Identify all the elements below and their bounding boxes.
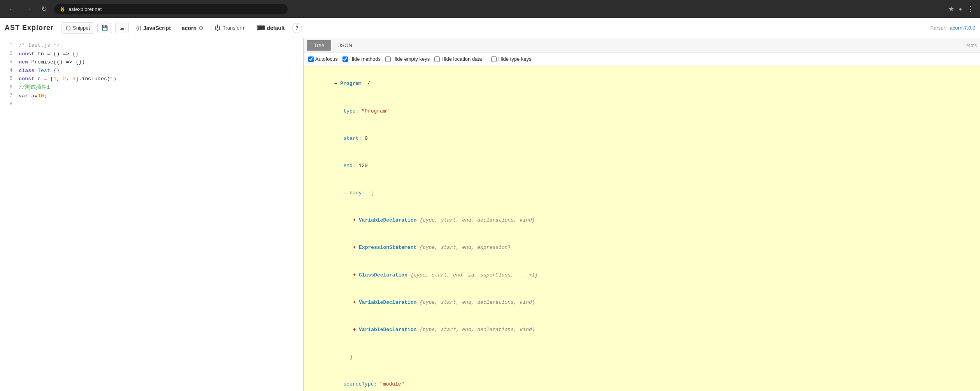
tree-body-item-1: + VariableDeclaration {type, start, end,…	[310, 207, 974, 234]
hide-empty-keys-checkbox[interactable]	[385, 56, 391, 62]
tree-end-line: end: 120	[310, 152, 974, 180]
program-node-type[interactable]: Program	[340, 81, 362, 86]
tree-type-line: type: "Program"	[310, 97, 974, 125]
expand-item-4-icon[interactable]: +	[353, 299, 359, 305]
expand-item-5-icon[interactable]: +	[353, 327, 359, 333]
hide-empty-keys-option[interactable]: Hide empty keys	[385, 56, 430, 62]
tree-body-close-line: ]	[310, 343, 974, 371]
transform-toggle[interactable]: ⏻ Transform	[211, 23, 249, 33]
line-number: 8	[3, 100, 12, 108]
program-brace: {	[362, 81, 371, 86]
toggle-icon: ⏻	[214, 25, 221, 32]
url-text: astexplorer.net	[68, 6, 102, 12]
default-label: default	[267, 25, 285, 31]
tab-json[interactable]: JSON	[331, 40, 359, 51]
end-key: end:	[343, 163, 358, 169]
tree-start-line: start: 0	[310, 125, 974, 152]
tree-source-type-line: sourceType: "module"	[310, 371, 974, 391]
line-number: 6	[3, 83, 12, 92]
keyboard-icon: ⌨	[256, 25, 265, 32]
tab-tree[interactable]: Tree	[307, 40, 331, 51]
code-token: var a=10;	[19, 92, 47, 100]
hide-type-keys-option[interactable]: Hide type keys	[491, 56, 531, 62]
expand-item-3-icon[interactable]: +	[353, 272, 359, 278]
save-icon: 💾	[102, 25, 108, 31]
cloud-button[interactable]: ☁	[115, 23, 129, 33]
tree-body-item-3: + ClassDeclaration {type, start, end, id…	[310, 261, 974, 289]
item-5-meta: {type, start, end, declarations, kind}	[416, 327, 535, 333]
autofocus-option[interactable]: Autofocus	[308, 56, 338, 62]
tree-program-line: – Program {	[310, 70, 974, 97]
keyboard-selector[interactable]: ⌨ default	[253, 23, 289, 33]
line-number: 3	[3, 58, 12, 67]
item-3-type[interactable]: ClassDeclaration	[359, 272, 407, 278]
hide-location-option[interactable]: Hide location data	[434, 56, 482, 62]
browser-chrome: ← → ↻ 🔒 astexplorer.net ★ ● ⋮	[0, 0, 980, 18]
snippet-icon: ⬡	[66, 25, 71, 32]
hide-location-checkbox[interactable]	[434, 56, 440, 62]
hide-type-keys-checkbox[interactable]	[491, 56, 497, 62]
snippet-label: Snippet	[73, 25, 90, 31]
app-header: AST Explorer ⬡ Snippet 💾 ☁ ⟨/⟩ JavaScrip…	[0, 18, 980, 38]
hide-methods-label: Hide methods	[349, 56, 381, 62]
item-2-type[interactable]: ExpressionStatement	[359, 245, 416, 250]
source-type-key: sourceType:	[343, 381, 380, 387]
address-bar[interactable]: 🔒 astexplorer.net	[54, 4, 288, 14]
item-3-meta: {type, start, end, id, superClass, ... +…	[407, 272, 538, 278]
item-1-meta: {type, start, end, declarations, kind}	[416, 217, 535, 223]
line-number: 4	[3, 67, 12, 75]
tree-body-item-5: + VariableDeclaration {type, start, end,…	[310, 316, 974, 343]
source-type-value: "module"	[380, 381, 404, 387]
expand-item-2-icon[interactable]: +	[353, 245, 359, 250]
hide-methods-option[interactable]: Hide methods	[342, 56, 381, 62]
parser-prefix: Parser:	[930, 25, 947, 31]
profile-icon[interactable]: ●	[959, 6, 962, 12]
item-5-type[interactable]: VariableDeclaration	[359, 327, 416, 333]
code-line-4: 4 class Test {}	[0, 67, 303, 75]
autofocus-checkbox[interactable]	[308, 56, 314, 62]
code-line-3: 3 new Promise(() => {})	[0, 58, 303, 67]
help-button[interactable]: ?	[292, 23, 302, 33]
code-icon: ⟨/⟩	[136, 25, 141, 31]
menu-icon[interactable]: ⋮	[967, 5, 974, 13]
item-4-meta: {type, start, end, declarations, kind}	[416, 299, 535, 305]
lock-icon: 🔒	[60, 6, 65, 12]
save-button[interactable]: 💾	[97, 23, 112, 33]
expand-item-1-icon[interactable]: +	[353, 217, 359, 223]
ast-tabs: Tree JSON 24ms	[304, 38, 980, 53]
start-value: 0	[365, 136, 368, 141]
code-line-1: 1 /* test.js */	[0, 41, 303, 50]
end-value: 120	[358, 163, 367, 169]
tree-body-item-4: + VariableDeclaration {type, start, end,…	[310, 289, 974, 316]
parser-version-link[interactable]: acorn-7.0.0	[950, 25, 975, 31]
bookmark-icon[interactable]: ★	[948, 5, 954, 13]
item-2-meta: {type, start, end, expression}	[416, 245, 511, 250]
hide-methods-checkbox[interactable]	[342, 56, 348, 62]
autofocus-label: Autofocus	[315, 56, 338, 62]
reload-button[interactable]: ↻	[39, 3, 49, 15]
code-editor-panel[interactable]: 1 /* test.js */ 2 const fn = () => {} 3 …	[0, 38, 304, 391]
type-value: "Program"	[362, 108, 389, 114]
code-line-8: 8	[0, 100, 303, 108]
code-token: const c = [1, 2, 3].includes(1)	[19, 75, 116, 83]
hide-type-keys-label: Hide type keys	[498, 56, 531, 62]
code-line-5: 5 const c = [1, 2, 3].includes(1)	[0, 75, 303, 83]
body-key: body:	[349, 190, 371, 196]
line-number: 5	[3, 75, 12, 83]
code-token: const fn = () => {}	[19, 50, 79, 58]
forward-button[interactable]: →	[23, 4, 34, 15]
collapse-body-icon[interactable]: –	[343, 190, 349, 196]
back-button[interactable]: ←	[6, 4, 18, 15]
collapse-program-icon[interactable]: –	[334, 81, 340, 86]
ast-tree-content[interactable]: – Program { type: "Program" start: 0 end…	[304, 65, 980, 391]
tree-body-item-2: + ExpressionStatement {type, start, end,…	[310, 234, 974, 261]
snippet-button[interactable]: ⬡ Snippet	[61, 22, 94, 34]
parser-selector[interactable]: acorn ⚙	[178, 23, 207, 33]
code-line-7: 7 var a=10;	[0, 92, 303, 100]
gear-icon: ⚙	[198, 25, 204, 31]
line-number: 2	[3, 50, 12, 58]
body-close-bracket: ]	[343, 354, 352, 360]
item-1-type[interactable]: VariableDeclaration	[359, 217, 416, 223]
javascript-selector[interactable]: ⟨/⟩ JavaScript	[132, 23, 175, 33]
item-4-type[interactable]: VariableDeclaration	[359, 299, 416, 305]
